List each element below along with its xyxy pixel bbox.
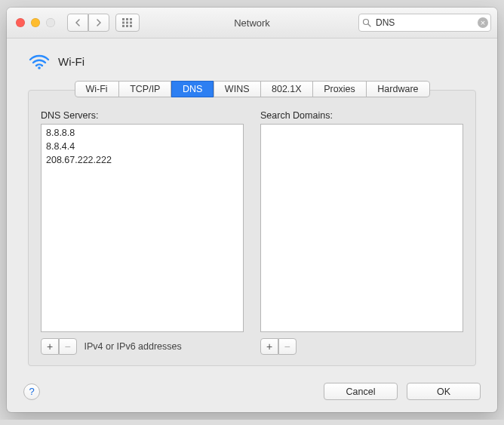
chevron-right-icon <box>96 19 102 26</box>
search-domains-label: Search Domains: <box>260 110 463 121</box>
domains-plusminus: + − <box>260 338 297 355</box>
dns-remove-button[interactable]: − <box>59 338 77 355</box>
wifi-icon <box>28 52 51 70</box>
push-buttons: Cancel OK <box>324 383 481 400</box>
tab-wi-fi[interactable]: Wi-Fi <box>75 81 119 97</box>
svg-point-9 <box>364 20 369 25</box>
svg-rect-8 <box>130 25 132 27</box>
tab-tcp-ip[interactable]: TCP/IP <box>118 81 171 97</box>
chevron-left-icon <box>75 19 81 26</box>
svg-line-10 <box>368 24 370 26</box>
tab-802-1x[interactable]: 802.1X <box>260 81 313 97</box>
forward-button[interactable] <box>88 14 109 32</box>
svg-rect-1 <box>126 18 128 20</box>
network-window: Network × Wi-Fi <box>7 8 497 412</box>
dns-column: DNS Servers: 8.8.8.88.8.4.4208.67.222.22… <box>41 110 244 355</box>
body-content: Wi-Fi Wi-FiTCP/IPDNSWINS802.1XProxiesHar… <box>7 38 497 374</box>
nav-group <box>67 14 109 32</box>
grid-icon <box>122 18 133 27</box>
svg-rect-0 <box>122 18 124 20</box>
svg-point-11 <box>38 66 41 69</box>
settings-tabs: Wi-FiTCP/IPDNSWINS802.1XProxiesHardware <box>75 81 430 97</box>
domains-add-button[interactable]: + <box>260 338 278 355</box>
close-window-icon[interactable] <box>16 18 25 27</box>
tab-wins[interactable]: WINS <box>214 81 261 97</box>
dns-add-button[interactable]: + <box>41 338 59 355</box>
dns-label: DNS Servers: <box>41 110 244 121</box>
tab-hardware[interactable]: Hardware <box>366 81 429 97</box>
svg-rect-7 <box>126 25 128 27</box>
search-domains-column: Search Domains: + − <box>260 110 463 355</box>
dns-hint: IPv4 or IPv6 addresses <box>85 341 182 352</box>
connection-name: Wi-Fi <box>58 55 85 68</box>
search-icon <box>362 18 371 27</box>
svg-rect-5 <box>130 22 132 24</box>
svg-rect-4 <box>126 22 128 24</box>
zoom-window-icon <box>46 18 55 27</box>
dns-servers-list[interactable]: 8.8.8.88.8.4.4208.67.222.222 <box>41 124 244 332</box>
button-row: ? Cancel OK <box>7 374 497 412</box>
domains-remove-button[interactable]: − <box>278 338 297 355</box>
clear-search-icon[interactable]: × <box>478 17 488 28</box>
dns-server-entry[interactable]: 8.8.4.4 <box>46 140 238 153</box>
dns-below-row: + − IPv4 or IPv6 addresses <box>41 338 244 355</box>
ok-button[interactable]: OK <box>407 383 481 400</box>
back-button[interactable] <box>67 14 88 32</box>
connection-header: Wi-Fi <box>13 49 491 81</box>
traffic-lights <box>16 18 55 27</box>
svg-rect-3 <box>122 22 124 24</box>
search-wrap: × <box>358 14 491 32</box>
svg-rect-2 <box>130 18 132 20</box>
titlebar: Network × <box>7 8 497 38</box>
settings-panel: DNS Servers: 8.8.8.88.8.4.4208.67.222.22… <box>28 90 476 366</box>
search-domains-list[interactable] <box>260 124 463 332</box>
show-all-button[interactable] <box>115 14 140 32</box>
domains-below-row: + − <box>260 338 463 355</box>
dns-server-entry[interactable]: 8.8.8.8 <box>46 126 238 140</box>
svg-rect-6 <box>122 25 124 27</box>
tab-row: Wi-FiTCP/IPDNSWINS802.1XProxiesHardware <box>13 81 491 97</box>
help-button[interactable]: ? <box>23 383 40 400</box>
columns: DNS Servers: 8.8.8.88.8.4.4208.67.222.22… <box>41 110 463 355</box>
cancel-button[interactable]: Cancel <box>324 383 398 400</box>
tab-dns[interactable]: DNS <box>171 81 214 97</box>
dns-server-entry[interactable]: 208.67.222.222 <box>46 153 238 167</box>
tab-proxies[interactable]: Proxies <box>312 81 367 97</box>
dns-plusminus: + − <box>41 338 77 355</box>
search-input[interactable] <box>358 14 491 32</box>
minimize-window-icon[interactable] <box>31 18 40 27</box>
